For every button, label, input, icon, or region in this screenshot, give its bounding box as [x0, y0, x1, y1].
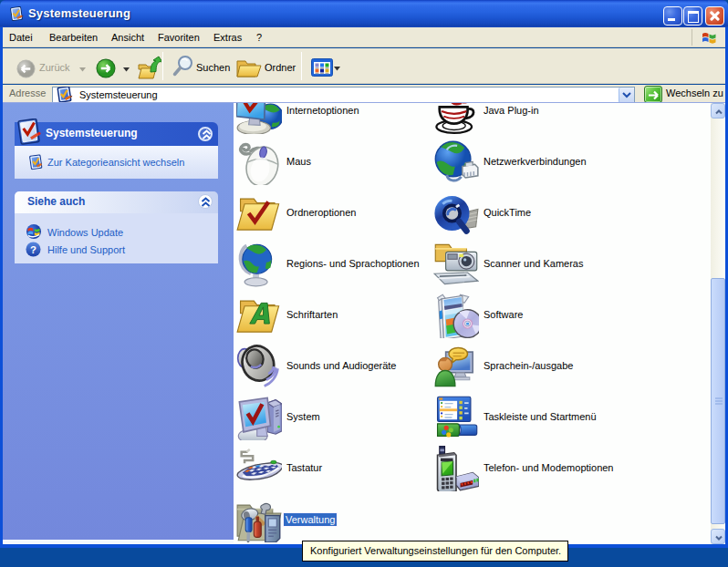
svg-text:?: ?	[30, 244, 36, 255]
